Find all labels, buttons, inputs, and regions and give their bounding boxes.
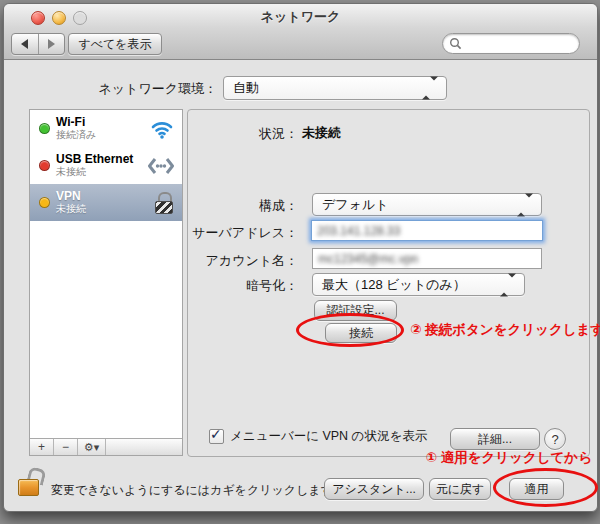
unlock-icon[interactable] bbox=[16, 468, 46, 500]
service-status: 接続済み bbox=[56, 129, 150, 141]
back-arrow-icon bbox=[21, 39, 28, 49]
server-address-input[interactable]: 203.141.128.33 bbox=[311, 220, 543, 241]
search-field[interactable] bbox=[442, 33, 580, 54]
location-label: ネットワーク環境： bbox=[62, 80, 217, 98]
service-name: VPN bbox=[56, 190, 154, 203]
show-all-button[interactable]: すべてを表示 bbox=[68, 33, 162, 55]
window-title: ネットワーク bbox=[4, 8, 597, 26]
config-label: 構成： bbox=[188, 197, 298, 215]
remove-service-button[interactable]: − bbox=[54, 439, 78, 455]
service-name: USB Ethernet bbox=[56, 153, 148, 166]
server-address-value: 203.141.128.33 bbox=[317, 224, 400, 238]
ethernet-icon bbox=[148, 158, 174, 174]
status-label: 状況： bbox=[188, 125, 298, 143]
annotation-step2: ② 接続ボタンをクリックします bbox=[410, 321, 600, 339]
menubar-vpn-checkbox[interactable]: ✓ bbox=[209, 429, 224, 444]
assistant-button[interactable]: アシスタント... bbox=[324, 478, 424, 500]
lock-hint-text: 変更できないようにするにはカギをクリックします。 bbox=[51, 482, 345, 499]
encryption-popup[interactable]: 最大（128 ビットのみ） bbox=[312, 273, 525, 296]
annotation-step1: ① 適用をクリックしてから bbox=[425, 449, 592, 467]
vpn-status-dot bbox=[39, 197, 50, 208]
vpn-settings-panel: 状況： 未接続 構成： デフォルト サーバアドレス： 203.141.128.3… bbox=[187, 109, 590, 457]
service-name: Wi-Fi bbox=[56, 116, 150, 129]
location-value: 自動 bbox=[233, 79, 259, 97]
service-actions-gear-button[interactable]: ⚙▾ bbox=[78, 439, 106, 455]
network-preferences-window: ネットワーク すべてを表示 ネットワーク環境： 自動 bbox=[3, 3, 598, 512]
forward-button[interactable] bbox=[38, 34, 65, 54]
status-value: 未接続 bbox=[302, 124, 341, 142]
sidebar-item-vpn[interactable]: VPN 未接続 bbox=[30, 184, 182, 221]
menubar-vpn-checkbox-row: ✓ メニューバーに VPN の状況を表示 bbox=[209, 428, 427, 445]
config-value: デフォルト bbox=[322, 196, 389, 214]
location-popup[interactable]: 自動 bbox=[223, 76, 447, 100]
encryption-value: 最大（128 ビットのみ） bbox=[322, 276, 466, 294]
toolbar: すべてを表示 bbox=[4, 28, 597, 60]
encryption-label: 暗号化： bbox=[188, 277, 298, 295]
popup-arrows-icon bbox=[422, 81, 438, 96]
search-icon bbox=[449, 37, 462, 50]
menubar-vpn-checkbox-label: メニューバーに VPN の状況を表示 bbox=[230, 428, 427, 445]
checkmark-icon: ✓ bbox=[210, 426, 222, 442]
sidebar-action-bar: + − ⚙▾ bbox=[30, 438, 182, 455]
popup-arrows-icon bbox=[517, 197, 533, 212]
back-button[interactable] bbox=[12, 34, 38, 54]
config-popup[interactable]: デフォルト bbox=[312, 193, 542, 216]
vpn-lock-icon bbox=[154, 192, 174, 214]
history-nav bbox=[11, 33, 65, 55]
services-list: Wi-Fi 接続済み USB Ethernet 未接続 bbox=[30, 110, 182, 439]
services-sidebar: Wi-Fi 接続済み USB Ethernet 未接続 bbox=[29, 109, 183, 456]
title-bar[interactable]: ネットワーク bbox=[4, 4, 597, 28]
help-button[interactable]: ? bbox=[544, 428, 566, 450]
add-service-button[interactable]: + bbox=[30, 439, 54, 455]
account-name-input[interactable]: mc12345@mc.vpn bbox=[312, 248, 542, 269]
screenshot-stage: ネットワーク すべてを表示 ネットワーク環境： 自動 bbox=[0, 0, 600, 524]
apply-highlight-ellipse bbox=[493, 468, 598, 507]
account-name-value: mc12345@mc.vpn bbox=[318, 252, 418, 266]
sidebar-item-wifi[interactable]: Wi-Fi 接続済み bbox=[30, 110, 182, 147]
service-status: 未接続 bbox=[56, 166, 148, 178]
server-address-label: サーバアドレス： bbox=[188, 224, 298, 242]
wifi-icon bbox=[150, 119, 174, 139]
popup-arrows-icon bbox=[500, 277, 516, 292]
ethernet-status-dot bbox=[39, 160, 50, 171]
revert-button[interactable]: 元に戻す bbox=[429, 478, 491, 500]
advanced-button[interactable]: 詳細... bbox=[450, 428, 540, 450]
wifi-status-dot bbox=[39, 123, 50, 134]
service-status: 未接続 bbox=[56, 203, 154, 215]
account-name-label: アカウント名： bbox=[188, 252, 298, 270]
forward-arrow-icon bbox=[48, 39, 55, 49]
connect-highlight-ellipse bbox=[296, 313, 404, 347]
sidebar-item-usb-ethernet[interactable]: USB Ethernet 未接続 bbox=[30, 147, 182, 184]
